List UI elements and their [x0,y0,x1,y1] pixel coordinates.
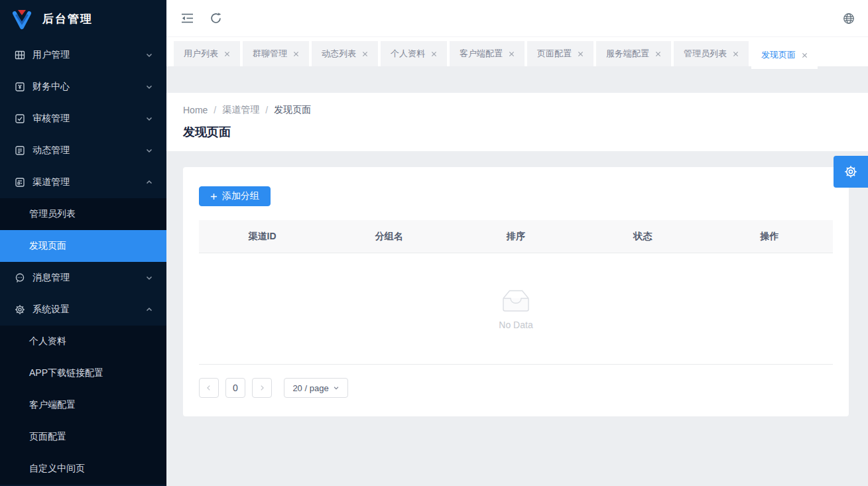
tab-label: 管理员列表 [684,48,727,60]
tabs-content-divider [166,66,868,93]
system-submenu: 个人资料 APP下载链接配置 客户端配置 页面配置 自定义中间页 [0,326,166,485]
pagination-next-button[interactable] [252,378,272,398]
column-header-sort-order: 排序 [452,220,579,253]
add-group-label: 添加分组 [222,190,259,202]
tab-label: 页面配置 [537,48,572,60]
sidebar-item-page-config[interactable]: 页面配置 [0,421,166,453]
submenu-item-label: 自定义中间页 [29,463,85,475]
sidebar-item-system-settings[interactable]: 系统设置 [0,294,166,326]
chevron-up-icon [145,178,153,186]
empty-inbox-icon [495,287,537,314]
feed-icon [15,145,25,156]
tab-user-list[interactable]: 用户列表 [174,41,240,66]
breadcrumb-separator: / [265,105,268,115]
sidebar-item-finance-center[interactable]: 财务中心 [0,71,166,103]
close-icon[interactable] [733,51,739,57]
tab-label: 用户列表 [184,48,218,60]
sidebar-item-label: 审核管理 [32,113,145,125]
close-icon[interactable] [224,51,230,57]
audit-check-icon [15,113,25,124]
column-header-group-name: 分组名 [326,220,452,253]
tab-label: 动态列表 [322,48,356,60]
finance-icon [15,82,25,92]
submenu-item-label: 客户端配置 [29,399,76,411]
close-icon[interactable] [655,51,661,57]
close-icon[interactable] [578,51,584,57]
column-header-actions: 操作 [706,220,833,253]
main-area: 用户列表 群聊管理 动态列表 个人资料 客户端配置 页面配置 [166,0,868,486]
sidebar-item-user-management[interactable]: 用户管理 [0,39,166,71]
tab-server-config[interactable]: 服务端配置 [596,41,671,66]
sidebar-item-feed-management[interactable]: 动态管理 [0,135,166,166]
close-icon[interactable] [293,51,299,57]
page-size-select[interactable]: 20 / page [284,378,348,398]
pagination-page-number[interactable]: 0 [225,378,245,398]
tab-discover-page[interactable]: 发现页面 [751,41,818,69]
tab-feed-list[interactable]: 动态列表 [312,41,378,66]
breadcrumb-current: 发现页面 [274,104,311,116]
sidebar-item-label: 系统设置 [32,304,145,316]
sidebar-item-audit-management[interactable]: 审核管理 [0,103,166,135]
chevron-down-icon [145,51,153,59]
sidebar-item-label: 动态管理 [32,145,145,156]
tab-page-config[interactable]: 页面配置 [527,41,593,66]
sidebar-item-message-management[interactable]: 消息管理 [0,262,166,294]
tab-label: 服务端配置 [606,48,649,60]
plus-icon [210,193,217,200]
empty-state-text: No Data [499,320,532,330]
sidebar-item-admin-list[interactable]: 管理员列表 [0,198,166,230]
chevron-left-icon [206,385,212,391]
sidebar-item-custom-intermediate-page[interactable]: 自定义中间页 [0,453,166,485]
tab-admin-list[interactable]: 管理员列表 [674,41,749,66]
topbar [166,0,868,37]
page-size-label: 20 / page [292,383,328,393]
globe-icon[interactable] [843,13,855,25]
page-head: Home / 渠道管理 / 发现页面 发现页面 [166,93,868,151]
sidebar-menu: 用户管理 财务中心 [0,39,166,485]
chevron-right-icon [259,385,265,391]
gear-icon [15,304,25,315]
sidebar-item-label: 消息管理 [32,272,145,284]
shield-logo-icon [11,7,33,30]
table-header-row: 渠道ID 分组名 排序 状态 操作 [199,220,833,253]
submenu-item-label: 发现页面 [29,240,66,252]
tab-client-config[interactable]: 客户端配置 [450,41,525,66]
sidebar-item-profile[interactable]: 个人资料 [0,326,166,357]
tab-label: 发现页面 [761,49,796,61]
tab-profile[interactable]: 个人资料 [381,41,447,66]
channel-icon [15,177,25,188]
breadcrumb-channel-management[interactable]: 渠道管理 [222,104,259,116]
close-icon[interactable] [362,51,368,57]
sidebar-item-label: 财务中心 [32,81,145,93]
collapse-menu-icon[interactable] [181,13,194,24]
close-icon[interactable] [509,51,515,57]
pagination-prev-button[interactable] [199,378,219,398]
content-area: 添加分组 渠道ID 分组名 排序 状态 操作 [166,151,868,486]
sidebar-item-app-download-link-config[interactable]: APP下载链接配置 [0,357,166,389]
chevron-down-icon [145,147,153,154]
content-card: 添加分组 渠道ID 分组名 排序 状态 操作 [183,167,849,416]
close-icon[interactable] [802,52,808,58]
column-header-status: 状态 [580,220,706,253]
chevron-down-icon [145,274,153,282]
groups-table: 渠道ID 分组名 排序 状态 操作 [199,220,833,365]
breadcrumb-home[interactable]: Home [183,105,208,115]
refresh-icon[interactable] [210,12,222,25]
close-icon[interactable] [431,51,437,57]
sidebar: 后台管理 用户管理 财务中心 [0,0,166,486]
submenu-item-label: 页面配置 [29,431,66,443]
grid-icon [15,50,25,60]
sidebar-item-label: 渠道管理 [32,176,145,188]
sidebar-item-client-config[interactable]: 客户端配置 [0,389,166,421]
tabs-bar: 用户列表 群聊管理 动态列表 个人资料 客户端配置 页面配置 [166,37,868,66]
tab-group-chat-management[interactable]: 群聊管理 [243,41,309,66]
breadcrumb-separator: / [214,105,216,115]
theme-settings-button[interactable] [834,156,868,188]
column-header-channel-id: 渠道ID [199,220,326,253]
sidebar-item-channel-management[interactable]: 渠道管理 [0,166,166,198]
chevron-up-icon [145,306,153,314]
submenu-item-label: 管理员列表 [29,208,76,220]
sidebar-item-discover-page[interactable]: 发现页面 [0,230,166,262]
add-group-button[interactable]: 添加分组 [199,186,271,206]
table-empty-state: No Data [199,253,833,365]
